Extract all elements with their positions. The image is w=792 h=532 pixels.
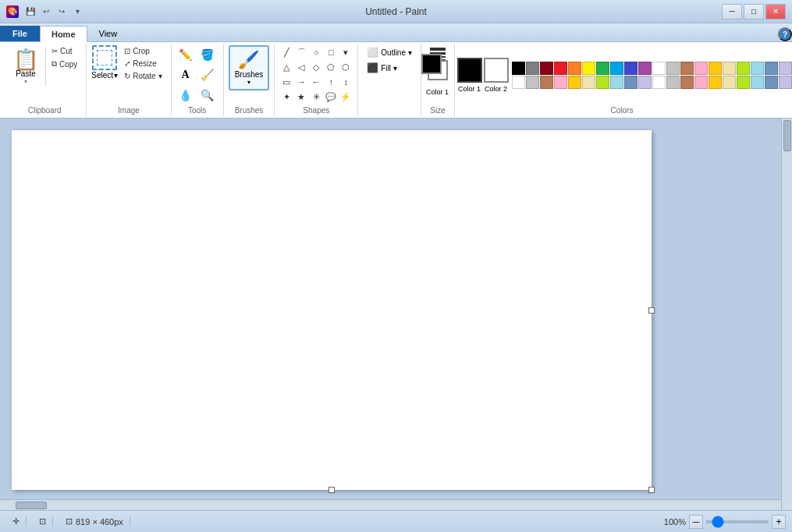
color-swatch[interactable] [624,62,638,75]
shape-hex[interactable]: ⬡ [339,60,353,74]
shape-rect[interactable]: □ [324,45,338,59]
save-quick-btn[interactable]: 💾 [23,5,37,19]
handle-bottom-right[interactable] [648,487,655,493]
shape-arrow-4[interactable]: ↕ [339,75,353,89]
color-swatch[interactable] [512,76,525,89]
redo-quick-btn[interactable]: ↪ [55,5,69,19]
color-swatch[interactable] [779,76,792,89]
fill-tool[interactable]: 🪣 [198,45,217,64]
shape-rtriangle[interactable]: ◁ [294,60,308,74]
text-tool[interactable]: A [176,66,195,84]
shape-diamond[interactable]: ◇ [309,60,323,74]
color-swatch[interactable] [652,62,666,75]
color-swatch[interactable] [638,76,652,89]
shape-arrow-u[interactable]: ↑ [324,75,338,89]
color-swatch[interactable] [596,76,609,89]
color-swatch[interactable] [666,62,680,75]
h-scroll-thumb[interactable] [16,502,47,509]
color-picker-tool[interactable]: 💧 [176,86,195,105]
tab-home[interactable]: Home [40,26,87,42]
color-swatch[interactable] [582,62,595,75]
color-swatch[interactable] [765,62,778,75]
close-button[interactable]: ✕ [765,4,786,20]
color-swatch[interactable] [540,62,553,75]
color-swatch[interactable] [751,62,764,75]
scrollbar-vertical[interactable] [781,119,792,510]
shape-star5[interactable]: ★ [294,90,308,104]
color-swatch[interactable] [723,62,736,75]
copy-button[interactable]: ⧉ Copy [48,58,81,70]
magnifier-tool[interactable]: 🔍 [198,86,217,105]
shape-lightning[interactable]: ⚡ [339,90,353,104]
resize-button[interactable]: ⤢ Resize [120,58,165,69]
color1-large-swatch[interactable] [457,58,482,83]
undo-quick-btn[interactable]: ↩ [39,5,53,19]
color-swatch[interactable] [554,76,567,89]
color-swatch[interactable] [751,76,764,89]
shape-line[interactable]: ╱ [279,45,293,59]
shape-arrow-r[interactable]: → [294,75,308,89]
color-swatch[interactable] [582,76,595,89]
color-swatch[interactable] [638,62,652,75]
color-swatch[interactable] [723,76,736,89]
zoom-out-button[interactable]: ─ [689,515,703,529]
color-swatch[interactable] [779,62,792,75]
rotate-button[interactable]: ↻ Rotate ▾ [120,70,165,82]
shape-star6[interactable]: ✳ [309,90,323,104]
tab-file[interactable]: File [0,26,40,41]
color-swatch[interactable] [737,62,750,75]
maximize-button[interactable]: □ [744,4,764,20]
help-button[interactable]: ? [778,27,792,41]
shape-pentagon[interactable]: ⬠ [324,60,338,74]
color-swatch[interactable] [554,62,567,75]
color-swatch[interactable] [765,76,778,89]
color-swatch[interactable] [694,76,708,89]
outline-button[interactable]: ⬜ Outline ▾ [363,45,416,59]
paste-button[interactable]: 📋 Paste ▾ [8,45,44,89]
shape-oval[interactable]: ○ [309,45,323,59]
pencil-tool[interactable]: ✏️ [176,45,195,64]
select-button[interactable] [92,45,117,70]
shape-arrow-l[interactable]: ← [309,75,323,89]
color-swatch[interactable] [680,76,694,89]
color-swatch[interactable] [526,76,539,89]
handle-bottom[interactable] [329,487,335,493]
color-swatch[interactable] [610,76,623,89]
shape-triangle[interactable]: △ [279,60,293,74]
color-swatch[interactable] [610,62,623,75]
shapes-expand[interactable]: ▾ [339,45,353,59]
zoom-slider[interactable] [706,520,769,523]
fill-button[interactable]: ⬛ Fill ▾ [363,61,416,75]
color-swatch[interactable] [694,62,708,75]
color1-box[interactable] [421,54,442,74]
v-scroll-thumb[interactable] [783,120,791,151]
color-swatch[interactable] [568,76,581,89]
color-swatch[interactable] [526,62,539,75]
color-swatch[interactable] [680,62,694,75]
color-swatch[interactable] [568,62,581,75]
color-swatch[interactable] [624,76,638,89]
shape-rect2[interactable]: ▭ [279,75,293,89]
color2-large-swatch[interactable] [484,58,509,83]
color-swatch[interactable] [540,76,553,89]
paint-canvas[interactable] [12,130,652,490]
handle-right[interactable] [648,307,655,314]
color-swatch[interactable] [596,62,609,75]
eraser-tool[interactable]: 🧹 [198,66,217,84]
cut-button[interactable]: ✂ Cut [48,45,81,57]
color-swatch[interactable] [666,76,680,89]
color-swatch[interactable] [512,62,525,75]
color-swatch[interactable] [709,76,722,89]
canvas-scroll-area[interactable] [0,119,781,499]
color-swatch[interactable] [737,76,750,89]
brushes-button[interactable]: 🖌️ Brushes ▾ [229,45,270,90]
shape-balloon[interactable]: 💬 [324,90,338,104]
minimize-button[interactable]: ─ [722,4,742,20]
shape-curve[interactable]: ⌒ [294,45,308,59]
color-swatch[interactable] [709,62,722,75]
scrollbar-horizontal[interactable] [0,499,781,510]
customize-quick-btn[interactable]: ▾ [70,5,84,19]
color-swatch[interactable] [652,76,666,89]
zoom-in-button[interactable]: + [772,515,786,529]
crop-button[interactable]: ⊡ Crop [120,45,165,57]
